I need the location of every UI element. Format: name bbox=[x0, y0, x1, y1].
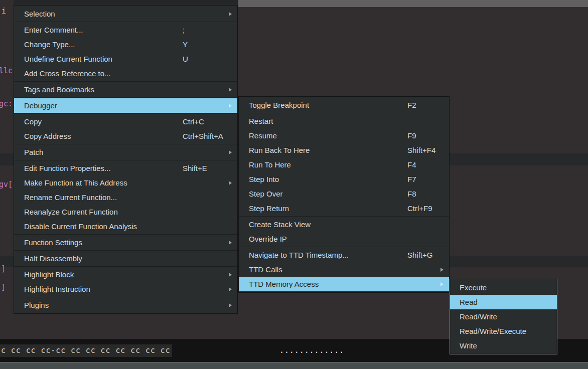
code-fragment: gc: bbox=[0, 100, 13, 108]
menu-item-plugins[interactable]: Plugins bbox=[14, 298, 237, 312]
menu-item-patch[interactable]: Patch bbox=[14, 145, 237, 159]
menu-item-read-write[interactable]: Read/Write bbox=[450, 309, 557, 324]
menu-separator bbox=[14, 81, 237, 82]
menu-item-shortcut: Ctrl+F9 bbox=[407, 201, 432, 216]
menu-item-label: Function Settings bbox=[24, 238, 82, 247]
menu-item-shortcut: Shift+G bbox=[407, 248, 432, 262]
menu-item-label: Tags and Bookmarks bbox=[24, 85, 94, 94]
menu-item-edit-function-properties[interactable]: Edit Function Properties...Shift+E bbox=[14, 161, 237, 175]
hex-bytes[interactable]: c cc cc cc-cc cc cc cc cc cc cc cc bbox=[0, 344, 172, 357]
menu-item-label: Copy bbox=[24, 117, 42, 126]
menu-item-label: Rename Current Function... bbox=[24, 193, 117, 202]
submenu-arrow-icon bbox=[229, 88, 232, 92]
menu-item-label: Step Return bbox=[249, 204, 289, 213]
menu-item-function-settings[interactable]: Function Settings bbox=[14, 235, 237, 250]
menu-item-copy-address[interactable]: Copy AddressCtrl+Shift+A bbox=[14, 129, 237, 143]
menu-item-debugger[interactable]: Debugger bbox=[14, 98, 237, 113]
menu-item-label: TTD Calls bbox=[249, 265, 282, 274]
menu-item-label: Halt Disassembly bbox=[24, 254, 82, 263]
code-fragment: gv[ bbox=[0, 180, 13, 189]
code-fragment: i bbox=[2, 7, 6, 15]
menu-item-toggle-breakpoint[interactable]: Toggle BreakpointF2 bbox=[239, 98, 449, 112]
menu-item-label: Make Function at This Address bbox=[24, 178, 127, 187]
menu-item-label: Plugins bbox=[24, 301, 49, 309]
menu-item-label: Read/Write bbox=[460, 312, 497, 321]
menu-item-label: Read/Write/Execute bbox=[460, 327, 526, 335]
menu-item-write[interactable]: Write bbox=[450, 338, 557, 353]
menu-item-label: Read bbox=[460, 298, 478, 306]
menu-item-shortcut: Shift+E bbox=[183, 161, 207, 175]
menu-top-strip bbox=[14, 0, 238, 5]
menu-item-halt-disassembly[interactable]: Halt Disassembly bbox=[14, 251, 237, 266]
menu-item-label: Patch bbox=[24, 148, 43, 156]
submenu-arrow-icon bbox=[229, 104, 232, 108]
menu-separator bbox=[14, 266, 237, 267]
submenu-arrow-icon bbox=[440, 268, 444, 272]
menu-item-label: Step Over bbox=[249, 190, 283, 198]
menu-separator bbox=[14, 297, 237, 297]
menu-item-selection[interactable]: Selection bbox=[14, 7, 237, 21]
menu-item-run-back-to-here[interactable]: Run Back To HereShift+F4 bbox=[239, 143, 449, 157]
code-fragment: llc bbox=[0, 67, 13, 75]
menu-separator bbox=[14, 113, 237, 114]
menu-item-ttd-calls[interactable]: TTD Calls bbox=[239, 262, 449, 277]
menu-item-read-write-execute[interactable]: Read/Write/Execute bbox=[450, 324, 557, 338]
submenu-arrow-icon bbox=[229, 181, 232, 185]
menu-item-reanalyze-current-function[interactable]: Reanalyze Current Function bbox=[14, 205, 237, 219]
menu-item-create-stack-view[interactable]: Create Stack View bbox=[239, 217, 449, 232]
menu-item-navigate-to-ttd-timestamp[interactable]: Navigate to TTD Timestamp...Shift+G bbox=[239, 248, 449, 262]
menu-item-shortcut: ; bbox=[183, 23, 185, 37]
menu-separator bbox=[14, 234, 237, 235]
menu-item-label: Edit Function Properties... bbox=[24, 164, 111, 172]
menu-item-label: Add Cross Reference to... bbox=[24, 69, 111, 78]
code-fragment: ] bbox=[1, 283, 6, 291]
menu-item-highlight-block[interactable]: Highlight Block bbox=[14, 267, 237, 282]
menu-item-label: Change Type... bbox=[24, 40, 75, 49]
menu-item-override-ip[interactable]: Override IP bbox=[239, 232, 449, 246]
menu-item-shortcut: F2 bbox=[407, 98, 416, 112]
hex-ascii-column[interactable]: ............. bbox=[279, 344, 344, 357]
menu-item-label: Toggle Breakpoint bbox=[249, 101, 309, 109]
submenu-arrow-icon bbox=[229, 287, 232, 291]
menu-item-shortcut: F8 bbox=[407, 187, 416, 201]
menu-item-label: Override IP bbox=[249, 235, 287, 243]
menu-item-rename-current-function[interactable]: Rename Current Function... bbox=[14, 190, 237, 205]
menu-item-shortcut: Shift+F4 bbox=[407, 143, 435, 157]
menu-item-label: TTD Memory Access bbox=[249, 280, 319, 288]
menu-item-label: Write bbox=[460, 341, 477, 350]
menu-item-shortcut: Ctrl+Shift+A bbox=[183, 129, 223, 143]
menu-item-step-into[interactable]: Step IntoF7 bbox=[239, 172, 449, 187]
submenu-arrow-icon bbox=[229, 273, 232, 277]
menu-item-label: Navigate to TTD Timestamp... bbox=[249, 251, 349, 259]
menu-item-ttd-memory-access[interactable]: TTD Memory Access bbox=[239, 277, 449, 291]
status-bar bbox=[0, 362, 588, 369]
menu-item-undefine-current-function[interactable]: Undefine Current FunctionU bbox=[14, 52, 237, 66]
code-fragment: ] bbox=[1, 265, 6, 273]
menu-item-step-over[interactable]: Step OverF8 bbox=[239, 187, 449, 201]
menu-item-shortcut: F9 bbox=[407, 128, 416, 143]
menu-item-label: Copy Address bbox=[24, 132, 71, 140]
menu-item-tags-and-bookmarks[interactable]: Tags and Bookmarks bbox=[14, 82, 237, 97]
menu-item-label: Reanalyze Current Function bbox=[24, 208, 118, 216]
menu-item-change-type[interactable]: Change Type...Y bbox=[14, 37, 237, 52]
menu-item-label: Step Into bbox=[249, 175, 279, 183]
menu-item-copy[interactable]: CopyCtrl+C bbox=[14, 114, 237, 129]
menu-item-disable-current-function-analysis[interactable]: Disable Current Function Analysis bbox=[14, 219, 237, 234]
menu-item-shortcut: Ctrl+C bbox=[183, 114, 204, 129]
menu-item-add-cross-reference-to[interactable]: Add Cross Reference to... bbox=[14, 66, 237, 81]
submenu-arrow-icon bbox=[229, 241, 232, 245]
menu-item-restart[interactable]: Restart bbox=[239, 114, 449, 128]
menu-item-shortcut: Y bbox=[183, 37, 188, 52]
menu-item-read[interactable]: Read bbox=[450, 295, 557, 309]
menu-item-label: Disable Current Function Analysis bbox=[24, 222, 137, 231]
menu-item-label: Create Stack View bbox=[249, 220, 311, 229]
menu-item-run-to-here[interactable]: Run To HereF4 bbox=[239, 157, 449, 172]
menu-item-resume[interactable]: ResumeF9 bbox=[239, 128, 449, 143]
menu-item-enter-comment[interactable]: Enter Comment...; bbox=[14, 23, 237, 37]
menu-item-make-function-at-this-address[interactable]: Make Function at This Address bbox=[14, 175, 237, 190]
menu-item-label: Resume bbox=[249, 131, 277, 140]
submenu-arrow-icon bbox=[229, 150, 232, 154]
menu-item-execute[interactable]: Execute bbox=[450, 280, 557, 295]
menu-item-step-return[interactable]: Step ReturnCtrl+F9 bbox=[239, 201, 449, 216]
menu-item-highlight-instruction[interactable]: Highlight Instruction bbox=[14, 282, 237, 296]
